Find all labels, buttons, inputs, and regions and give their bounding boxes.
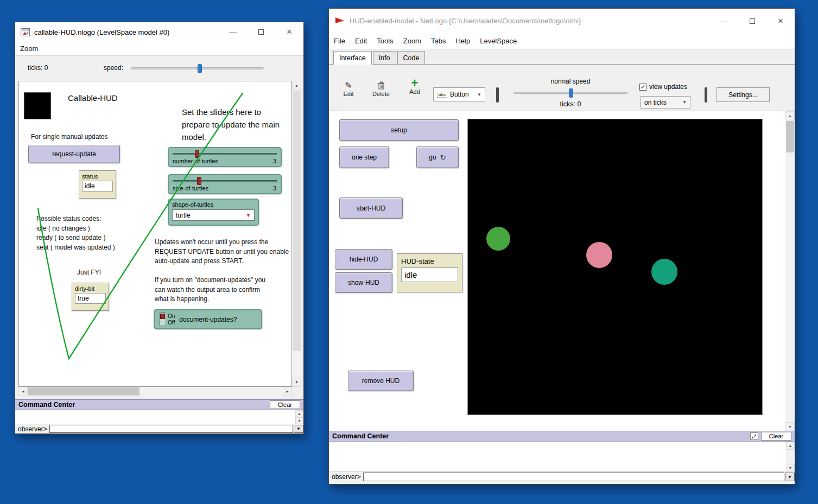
menu-levelspace[interactable]: LevelSpace xyxy=(475,37,522,45)
slider-thumb[interactable] xyxy=(197,177,201,185)
left-interface-canvas: Callable-HUD For single manual updates r… xyxy=(18,81,292,387)
add-tool-label: Add xyxy=(409,88,420,95)
edit-tool-button[interactable]: ✎ Edit xyxy=(337,80,360,97)
mini-world-view[interactable] xyxy=(24,92,51,119)
maximize-button[interactable] xyxy=(738,9,766,33)
delete-tool-button[interactable]: Delete xyxy=(368,80,394,97)
world-view[interactable] xyxy=(467,119,763,415)
tab-code[interactable]: Code xyxy=(397,51,426,65)
left-command-output[interactable]: ▲ ▼ xyxy=(15,410,303,424)
settings-button[interactable]: Settings... xyxy=(716,87,770,102)
tab-interface[interactable]: Interface xyxy=(333,51,372,65)
model-speed-slider[interactable] xyxy=(513,92,627,94)
setup-button[interactable]: setup xyxy=(339,119,459,141)
request-update-button[interactable]: request-update xyxy=(28,145,120,163)
down-arrow-icon: ▼ xyxy=(788,425,792,429)
dirty-bit-label: dirty-bit xyxy=(72,283,109,293)
vertical-scrollbar[interactable]: ▲ ▼ xyxy=(785,111,795,431)
abc-icon: abc xyxy=(437,92,447,98)
scroll-left-button[interactable]: ◄ xyxy=(18,387,28,396)
status-codes-line: idle ( no changes ) xyxy=(36,224,115,234)
menu-zoom[interactable]: Zoom xyxy=(15,44,43,53)
menu-file[interactable]: File xyxy=(329,37,350,45)
minimize-icon: — xyxy=(720,17,728,25)
horizontal-scrollbar[interactable]: ◄ ► xyxy=(18,387,292,396)
edit-tool-label: Edit xyxy=(344,91,354,97)
number-of-turtles-slider[interactable]: number-of-turtles 3 xyxy=(168,147,282,167)
scroll-down-button[interactable]: ▼ xyxy=(292,378,301,387)
add-tool-button[interactable]: + Add xyxy=(403,78,427,95)
show-hud-button[interactable]: show-HUD xyxy=(335,272,392,293)
status-codes-line: sent ( model was updated ) xyxy=(36,243,115,253)
menu-edit[interactable]: Edit xyxy=(350,37,372,45)
switch-knob[interactable] xyxy=(160,314,165,319)
speed-slider[interactable] xyxy=(131,67,264,69)
scroll-up-button[interactable]: ▲ xyxy=(292,81,301,90)
scroll-up-button[interactable]: ▲ xyxy=(786,442,795,450)
history-dropdown-button[interactable]: ▼ xyxy=(785,473,795,481)
close-button[interactable]: × xyxy=(766,9,795,33)
speed-slider-thumb[interactable] xyxy=(198,64,202,73)
status-codes-text: Possible status codes: idle ( no changes… xyxy=(36,214,115,252)
output-scrollbar[interactable]: ▲ ▼ xyxy=(295,410,303,424)
scroll-up-button[interactable]: ▲ xyxy=(295,410,303,417)
tab-info[interactable]: Info xyxy=(373,51,396,65)
scroll-right-button[interactable]: ► xyxy=(283,387,292,396)
minimize-button[interactable]: — xyxy=(219,22,247,42)
menu-help[interactable]: Help xyxy=(451,37,475,45)
switch-state-labels: On Off xyxy=(168,313,175,326)
right-command-output[interactable]: ▲ ▼ xyxy=(329,442,795,472)
scroll-down-button[interactable]: ▼ xyxy=(785,422,795,431)
view-updates-checkbox[interactable]: ✓ xyxy=(639,84,646,91)
menu-tabs[interactable]: Tabs xyxy=(426,37,451,45)
slider-groove xyxy=(173,153,277,155)
remove-hud-button[interactable]: remove HUD xyxy=(348,371,414,391)
expand-command-center-button[interactable] xyxy=(750,432,758,440)
minimize-button[interactable]: — xyxy=(710,9,738,33)
history-dropdown-button[interactable]: ▼ xyxy=(294,425,303,433)
go-button[interactable]: go ↻ xyxy=(416,146,459,168)
start-hud-button[interactable]: start-HUD xyxy=(339,197,403,219)
speed-slider-label: normal speed xyxy=(513,78,627,85)
document-updates-switch[interactable]: On Off document-updates? xyxy=(154,309,262,329)
size-of-turtles-slider[interactable]: size-of-turtles 3 xyxy=(168,174,282,194)
slider-thumb[interactable] xyxy=(195,150,199,158)
menu-tools[interactable]: Tools xyxy=(372,37,398,45)
view-updates-control[interactable]: ✓ view updates xyxy=(639,83,687,91)
scrollbar-thumb[interactable] xyxy=(786,121,794,152)
hide-hud-button[interactable]: hide-HUD xyxy=(335,249,392,270)
menu-zoom[interactable]: Zoom xyxy=(398,37,426,45)
slider-label: number-of-turtles xyxy=(173,158,218,164)
one-step-button[interactable]: one step xyxy=(339,146,389,168)
command-input[interactable] xyxy=(363,473,784,481)
close-button[interactable]: × xyxy=(275,22,303,42)
output-scrollbar[interactable]: ▲ ▼ xyxy=(786,442,795,472)
maximize-icon xyxy=(750,18,755,24)
widget-type-dropdown[interactable]: abc Button ▼ xyxy=(433,87,485,101)
dropdown-icon: ▼ xyxy=(788,475,792,480)
chooser-select[interactable]: turtle ▼ xyxy=(172,209,255,221)
right-titlebar[interactable]: HUD-enabled-model - NetLogo {C:\Users\wa… xyxy=(329,9,795,33)
shape-of-turtles-chooser[interactable]: shape-of-turtles turtle ▼ xyxy=(168,199,259,226)
clear-button[interactable]: Clear xyxy=(761,432,791,441)
right-window-title: HUD-enabled-model - NetLogo {C:\Users\wa… xyxy=(350,17,581,25)
observer-prompt-label: observer> xyxy=(15,425,49,433)
left-titlebar[interactable]: callable-HUD.nlogo (LevelSpace model #0)… xyxy=(15,22,303,42)
vertical-scrollbar[interactable]: ▲ ▼ xyxy=(292,81,301,387)
slider-value: 3 xyxy=(273,185,276,192)
scrollbar-thumb[interactable] xyxy=(28,387,139,395)
scrollbar-thumb[interactable] xyxy=(293,91,301,351)
dirty-bit-value: true xyxy=(75,293,106,304)
command-input[interactable] xyxy=(49,425,293,433)
speed-slider-thumb[interactable] xyxy=(569,88,573,98)
scroll-down-button[interactable]: ▼ xyxy=(786,464,795,472)
scroll-down-button[interactable]: ▼ xyxy=(295,417,303,424)
maximize-button[interactable] xyxy=(247,22,275,42)
clear-button[interactable]: Clear xyxy=(270,400,300,409)
update-mode-dropdown[interactable]: on ticks ▼ xyxy=(641,96,690,109)
switch-track[interactable] xyxy=(159,312,166,326)
right-window-controls: — × xyxy=(710,9,795,33)
slider-value: 3 xyxy=(273,158,276,164)
scroll-up-button[interactable]: ▲ xyxy=(785,111,795,120)
down-arrow-icon: ▼ xyxy=(789,466,792,470)
